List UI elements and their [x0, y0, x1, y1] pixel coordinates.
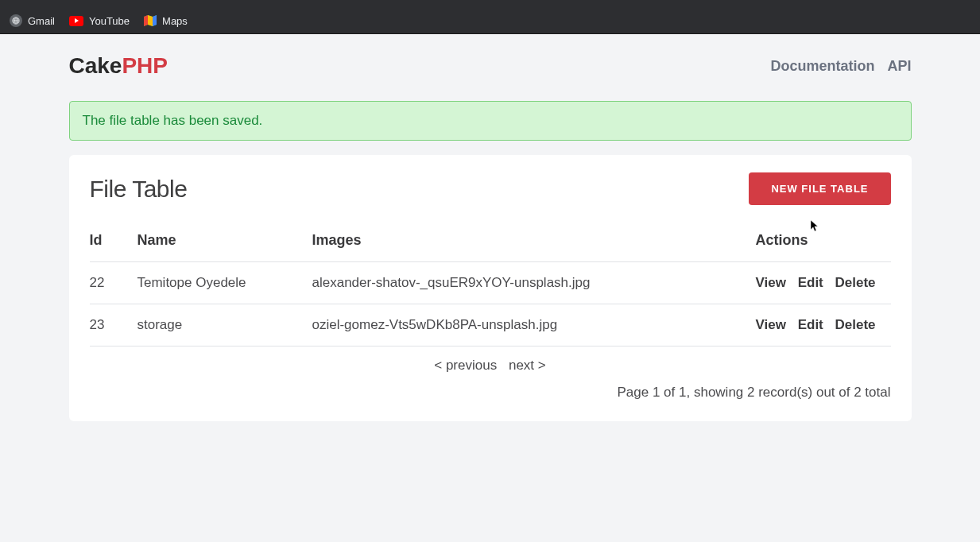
nav-api[interactable]: API	[887, 58, 911, 75]
cell-name: storage	[138, 304, 312, 346]
delete-link[interactable]: Delete	[835, 317, 876, 332]
col-header-actions: Actions	[756, 223, 891, 262]
table-row: 23 storage oziel-gomez-Vts5wDKb8PA-unspl…	[90, 304, 891, 346]
brand-part2: PHP	[122, 53, 168, 78]
table-row: 22 Temitope Oyedele alexander-shatov-_qs…	[90, 262, 891, 304]
youtube-icon	[69, 16, 83, 26]
col-header-id[interactable]: Id	[90, 223, 138, 262]
edit-link[interactable]: Edit	[798, 275, 823, 290]
file-table: Id Name Images Actions 22 Temitope Oyede…	[90, 223, 891, 346]
col-header-images[interactable]: Images	[312, 223, 756, 262]
new-file-table-button[interactable]: NEW FILE TABLE	[749, 172, 890, 205]
flash-message: The file table has been saved.	[83, 113, 263, 128]
edit-link[interactable]: Edit	[798, 317, 823, 332]
cell-id: 22	[90, 262, 138, 304]
site-header: CakePHP Documentation API	[69, 34, 912, 101]
col-header-name[interactable]: Name	[138, 223, 312, 262]
bookmark-label: YouTube	[89, 15, 130, 27]
page-title: File Table	[90, 176, 188, 203]
bookmark-maps[interactable]: Maps	[144, 14, 188, 27]
flash-success: The file table has been saved.	[69, 101, 912, 141]
view-link[interactable]: View	[756, 317, 786, 332]
header-nav: Documentation API	[770, 58, 911, 75]
pagination-previous[interactable]: < previous	[434, 358, 497, 373]
cell-images: oziel-gomez-Vts5wDKb8PA-unsplash.jpg	[312, 304, 756, 346]
cell-id: 23	[90, 304, 138, 346]
bookmark-youtube[interactable]: YouTube	[69, 15, 130, 27]
brand-logo[interactable]: CakePHP	[69, 53, 168, 79]
cell-images: alexander-shatov-_qsuER9xYOY-unsplash.jp…	[312, 262, 756, 304]
pagination-summary: Page 1 of 1, showing 2 record(s) out of …	[90, 385, 891, 401]
bookmarks-bar: Gmail YouTube Maps	[0, 8, 980, 34]
bookmark-label: Maps	[162, 15, 188, 27]
bookmark-label: Gmail	[28, 15, 55, 27]
bookmark-gmail[interactable]: Gmail	[10, 14, 55, 27]
cell-name: Temitope Oyedele	[138, 262, 312, 304]
pagination: < previous next >	[90, 346, 891, 378]
globe-icon	[10, 14, 22, 27]
file-table-card: File Table NEW FILE TABLE Id Name Images…	[69, 155, 912, 421]
delete-link[interactable]: Delete	[835, 275, 876, 290]
pagination-next[interactable]: next >	[509, 358, 546, 373]
view-link[interactable]: View	[756, 275, 786, 290]
brand-part1: Cake	[69, 53, 122, 78]
maps-icon	[144, 14, 157, 27]
nav-documentation[interactable]: Documentation	[770, 58, 874, 75]
